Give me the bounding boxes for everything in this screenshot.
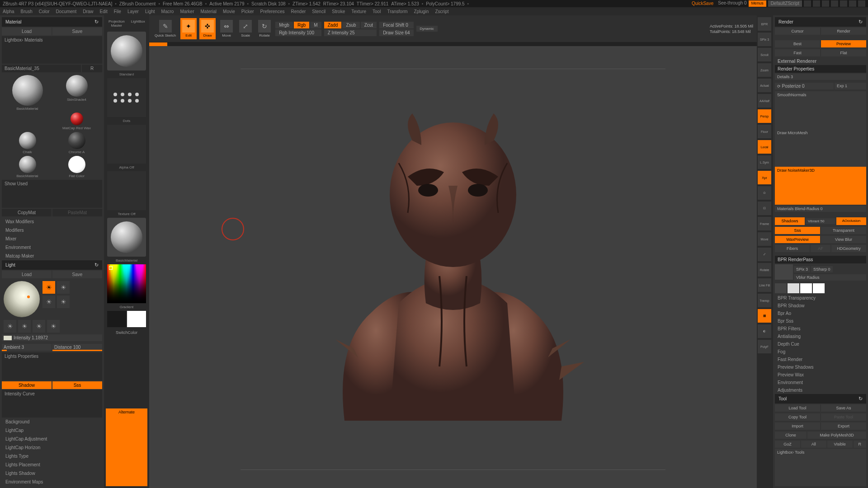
bpr-pass-1[interactable]	[775, 283, 787, 293]
copymat-button[interactable]: CopyMat	[2, 209, 52, 216]
light-save-button[interactable]: Save	[52, 271, 102, 278]
ssharp-slider[interactable]: SSharp 0	[811, 266, 833, 272]
menu-draw[interactable]: Draw	[83, 9, 93, 14]
visible-button[interactable]: Visible	[827, 441, 853, 448]
menu-tool[interactable]: Tool	[373, 9, 381, 14]
draw-noisemaker-button[interactable]: Draw NoiseMaker3D	[775, 167, 866, 205]
shadows-toggle[interactable]: Shadows	[775, 217, 805, 225]
persp-button[interactable]: Persp	[758, 109, 771, 123]
gradient-label[interactable]: Gradient	[120, 305, 134, 309]
material-swatch-1[interactable]: SkinShade4	[53, 75, 100, 111]
material-save-button[interactable]: Save	[52, 28, 102, 35]
light-3-toggle[interactable]: ☀	[42, 296, 55, 308]
bpr-spix-slider[interactable]: SPix 3	[794, 266, 810, 272]
section-environment-maps[interactable]: Environment Maps	[2, 478, 102, 486]
details-slider[interactable]: Details 3	[775, 74, 866, 80]
actual-button[interactable]: Actual	[758, 79, 771, 92]
menu-preferences[interactable]: Preferences	[260, 9, 285, 14]
transparent-toggle[interactable]: Transparent	[821, 227, 866, 234]
layout-button-1[interactable]	[804, 0, 811, 7]
menu-marker[interactable]: Marker	[180, 9, 194, 14]
menu-edit[interactable]: Edit	[100, 9, 108, 14]
section-bpr-ao[interactable]: Bpr Ao	[775, 310, 866, 317]
lsym-button[interactable]: L.Sym	[758, 155, 771, 169]
solo-button[interactable]: ◐	[758, 324, 771, 338]
brush-thumbnail[interactable]	[107, 32, 146, 70]
light-5-toggle[interactable]: ☀	[4, 320, 16, 333]
vblur-slider[interactable]: Vblur Radius	[794, 274, 866, 281]
save-as-button[interactable]: Save As	[821, 404, 866, 412]
scale-view-button[interactable]: ⤢	[758, 248, 771, 261]
defaultscript-button[interactable]: DefaultZScript	[768, 0, 802, 7]
blank-button-2[interactable]: ⊡	[758, 202, 771, 215]
dynamic-view-button[interactable]: ▦	[758, 309, 771, 323]
draw-size-slider[interactable]: Draw Size 64	[379, 29, 413, 36]
section-mixer[interactable]: Mixer	[2, 235, 102, 243]
m-button[interactable]: M	[310, 22, 321, 28]
bpr-renderpass-header[interactable]: BPR RenderPass	[775, 256, 866, 263]
menu-movie[interactable]: Movie	[223, 9, 235, 14]
material-swatch-7[interactable]: Flat Color	[53, 156, 100, 178]
material-thumbnail[interactable]	[107, 218, 146, 257]
ambient-slider[interactable]: Ambient 3	[2, 344, 52, 351]
section-modifiers[interactable]: Modifiers	[2, 226, 102, 235]
secondary-color-swatch[interactable]	[107, 311, 126, 327]
light-6-toggle[interactable]: ☀	[18, 320, 31, 333]
blank-button-1[interactable]: ⊙	[758, 186, 771, 200]
menu-light[interactable]: Light	[145, 9, 155, 14]
draw-micromesh-button[interactable]: Draw MicroMesh	[775, 129, 866, 167]
render-sss-toggle[interactable]: Sss	[775, 227, 820, 234]
menu-stencil[interactable]: Stencil	[312, 9, 326, 14]
smooth-normals-button[interactable]: SmoothNormals	[775, 91, 866, 129]
bpr-thumb-1[interactable]	[775, 264, 793, 280]
menu-macro[interactable]: Macro	[161, 9, 174, 14]
alternate-button[interactable]: Alternate	[106, 408, 147, 486]
pastemat-button[interactable]: PasteMat	[52, 209, 102, 216]
waxpreview-toggle[interactable]: WaxPreview	[775, 236, 820, 243]
seethrough-slider[interactable]: See-through 0	[718, 0, 746, 7]
render-button[interactable]: Render	[821, 28, 866, 35]
clone-button[interactable]: Clone	[775, 432, 807, 439]
lights-properties-header[interactable]: Lights Properties	[2, 352, 102, 380]
menu-zscript[interactable]: Zscript	[435, 9, 448, 14]
floor-button[interactable]: Floor	[758, 125, 771, 138]
light-4-toggle[interactable]: ☀	[57, 296, 70, 308]
shadow-toggle[interactable]: Shadow	[2, 381, 52, 389]
mat-blend-slider[interactable]: Materials Blend-Radius 0	[775, 206, 866, 212]
preview-button[interactable]: Preview	[821, 40, 866, 47]
transp-button[interactable]: Transp	[758, 294, 771, 307]
exp-slider[interactable]: Exp 1	[835, 83, 866, 89]
menu-alpha[interactable]: Alpha	[3, 9, 14, 14]
quicksave-button[interactable]: QuickSave	[689, 0, 716, 7]
spix-button[interactable]: SPix 3	[758, 33, 771, 46]
local-button[interactable]: Local	[758, 140, 771, 154]
viewport[interactable]	[149, 46, 757, 488]
light-2-toggle[interactable]: ☀	[57, 281, 70, 294]
timeline-bar[interactable]	[149, 42, 757, 46]
light-1-toggle[interactable]: ☀	[42, 281, 55, 294]
tool-refresh-icon[interactable]: ↻	[859, 396, 863, 402]
section-lightcap-horizon[interactable]: LightCap Horizon	[2, 443, 102, 452]
section-matcap-maker[interactable]: Matcap Maker	[2, 252, 102, 260]
bpr-pass-2[interactable]	[788, 283, 799, 293]
posterize-slider[interactable]: ⟳ Posterize 0	[775, 83, 834, 89]
help-button[interactable]	[831, 0, 838, 7]
material-swatch-6[interactable]: BasicMaterial	[4, 156, 51, 178]
import-button[interactable]: Import	[775, 422, 820, 430]
section-bpr-filters[interactable]: BPR Filters	[775, 325, 866, 333]
fibers-toggle[interactable]: Fibers	[775, 245, 810, 252]
focal-shift-slider[interactable]: Focal Shift 0	[379, 22, 413, 28]
section-background[interactable]: Background	[2, 418, 102, 426]
lightbox-tools-button[interactable]: Lightbox› Tools	[775, 449, 866, 487]
show-used-button[interactable]: Show Used	[2, 180, 102, 207]
aahalf-button[interactable]: AAHalf	[758, 94, 771, 108]
section-preview-wax[interactable]: Preview Wax	[775, 371, 866, 379]
aocclusion-toggle[interactable]: AOcclusion	[836, 217, 866, 225]
scroll-button[interactable]: Scroll	[758, 48, 771, 61]
refresh-icon[interactable]: ↻	[94, 19, 99, 25]
layout-button-2[interactable]	[813, 0, 820, 7]
lightbox-button[interactable]: LightBox	[128, 18, 148, 29]
section-lights-type[interactable]: Lights Type	[2, 452, 102, 460]
menu-stroke[interactable]: Stroke	[332, 9, 345, 14]
bpr-button[interactable]: BPR	[758, 17, 771, 31]
